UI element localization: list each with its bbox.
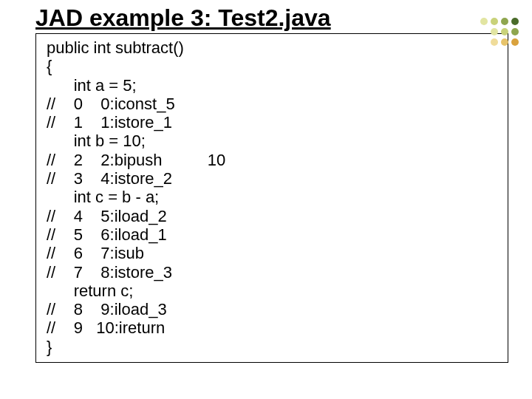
code-line: // 5 6:iload_1 <box>47 225 497 244</box>
dot-icon <box>491 28 498 35</box>
code-line: } <box>47 338 497 356</box>
slide: JAD example 3: Test2.java public int sub… <box>0 0 532 399</box>
slide-title: JAD example 3: Test2.java <box>21 0 511 32</box>
dot-icon <box>511 38 519 46</box>
code-line: public int subtract() <box>47 38 497 57</box>
code-line: // 6 7:isub <box>47 244 497 262</box>
code-line: return c; <box>47 282 497 300</box>
code-line: int b = 10; <box>47 132 497 150</box>
dot-icon <box>501 28 508 35</box>
dot-icon <box>501 18 508 25</box>
code-line: int c = b - a; <box>47 188 497 206</box>
code-block: public int subtract() { int a = 5; // 0 … <box>35 33 508 363</box>
dot-icon <box>491 38 498 46</box>
code-line: { <box>47 57 497 75</box>
code-line: // 8 9:iload_3 <box>47 300 497 318</box>
dot-icon <box>511 18 519 25</box>
dot-icon <box>501 38 508 46</box>
code-line: // 3 4:istore_2 <box>47 169 497 188</box>
code-line: // 0 0:iconst_5 <box>47 95 497 113</box>
code-line: // 2 2:bipush 10 <box>47 151 497 169</box>
corner-decoration <box>480 18 519 46</box>
dot-icon <box>480 18 488 25</box>
code-line: int a = 5; <box>47 76 497 95</box>
dot-icon <box>511 28 519 35</box>
dot-icon <box>491 18 498 25</box>
code-line: // 1 1:istore_1 <box>47 113 497 132</box>
code-line: // 7 8:istore_3 <box>47 263 497 282</box>
code-line: // 9 10:ireturn <box>47 318 497 337</box>
code-line: // 4 5:iload_2 <box>47 207 497 225</box>
